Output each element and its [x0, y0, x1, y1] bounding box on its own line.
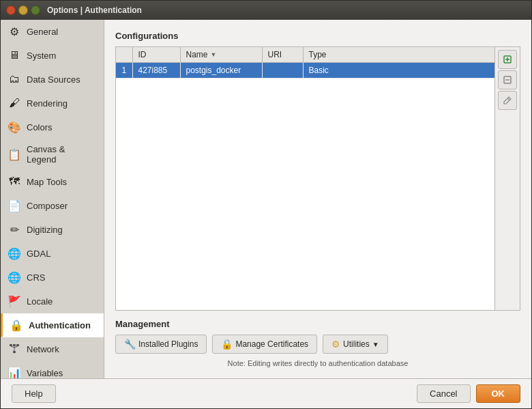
- maximize-button[interactable]: [31, 5, 40, 15]
- bottom-right-buttons: Cancel OK: [417, 384, 520, 403]
- col-header-uri[interactable]: URI: [262, 47, 303, 63]
- col-header-type[interactable]: Type: [303, 47, 494, 63]
- sidebar-label-general: General: [27, 27, 58, 37]
- locale-icon: 🚩: [8, 294, 21, 308]
- title-bar: Options | Authentication: [1, 1, 531, 20]
- sidebar-item-system[interactable]: 🖥 System: [1, 44, 104, 68]
- col-header-num: [116, 47, 132, 63]
- network-icon: [8, 342, 21, 356]
- sidebar-item-digitizing[interactable]: ✏ Digitizing: [1, 218, 104, 242]
- sidebar-label-digitizing: Digitizing: [27, 225, 63, 235]
- management-title: Management: [115, 319, 520, 329]
- edit-config-button[interactable]: [498, 91, 517, 110]
- svg-rect-2: [16, 344, 19, 346]
- svg-line-5: [11, 346, 14, 348]
- digitizing-icon: ✏: [8, 223, 21, 236]
- manage-certificates-button[interactable]: 🔒 Manage Certificates: [212, 335, 317, 354]
- row-uri: [262, 63, 303, 79]
- authentication-icon: 🔒: [10, 318, 23, 332]
- sidebar-item-authentication[interactable]: 🔒 Authentication: [1, 313, 104, 337]
- table-actions: [494, 47, 520, 310]
- map-tools-icon: 🗺: [8, 175, 21, 188]
- variables-icon: 📊: [8, 366, 21, 378]
- certificates-icon: 🔒: [221, 339, 233, 350]
- management-section: Management 🔧 Installed Plugins 🔒 Manage …: [115, 319, 520, 367]
- system-icon: 🖥: [8, 48, 21, 62]
- installed-plugins-button[interactable]: 🔧 Installed Plugins: [115, 335, 207, 354]
- utilities-button[interactable]: ⚙ Utilities ▼: [323, 335, 388, 354]
- sidebar-label-network: Network: [27, 344, 59, 354]
- sidebar-label-crs: CRS: [27, 272, 45, 283]
- sidebar-item-data-sources[interactable]: 🗂 Data Sources: [1, 68, 104, 91]
- sidebar-label-variables: Variables: [27, 368, 63, 378]
- help-button[interactable]: Help: [12, 384, 56, 403]
- col-header-id[interactable]: ID: [132, 47, 180, 63]
- sidebar-item-general[interactable]: ⚙ General: [1, 20, 104, 44]
- sidebar-item-rendering[interactable]: 🖌 Rendering: [1, 91, 104, 115]
- minimize-button[interactable]: [18, 5, 28, 15]
- composer-icon: 📄: [8, 199, 21, 212]
- row-id: 427i885: [132, 63, 180, 79]
- rendering-icon: 🖌: [8, 96, 21, 110]
- svg-rect-0: [10, 344, 12, 346]
- sidebar-item-variables[interactable]: 📊 Variables: [1, 361, 104, 378]
- remove-config-button[interactable]: [498, 70, 517, 89]
- sidebar-label-canvas-legend: Canvas & Legend: [27, 144, 97, 165]
- data-sources-icon: 🗂: [8, 72, 21, 86]
- row-num: 1: [116, 63, 132, 79]
- sidebar: ⚙ General 🖥 System 🗂 Data Sources 🖌 Rend…: [1, 20, 104, 378]
- utilities-dropdown-arrow: ▼: [372, 341, 379, 348]
- close-button[interactable]: [6, 5, 16, 15]
- configurations-title: Configurations: [115, 31, 520, 41]
- name-sort-icon: ▼: [211, 51, 217, 58]
- management-buttons: 🔧 Installed Plugins 🔒 Manage Certificate…: [115, 335, 520, 354]
- sidebar-label-gdal: GDAL: [27, 249, 50, 259]
- ok-button[interactable]: OK: [476, 384, 521, 403]
- sidebar-label-composer: Composer: [27, 201, 68, 211]
- window-controls: [6, 5, 40, 15]
- canvas-legend-icon: 📋: [8, 147, 21, 161]
- note-text: Note: Editing writes directly to authent…: [115, 359, 520, 367]
- sidebar-label-colors: Colors: [27, 122, 53, 132]
- window-title: Options | Authentication: [47, 5, 142, 15]
- sidebar-item-canvas-legend[interactable]: 📋 Canvas & Legend: [1, 139, 104, 170]
- sidebar-label-system: System: [27, 51, 56, 61]
- add-config-button[interactable]: [498, 50, 517, 69]
- gdal-icon: 🌐: [8, 246, 21, 260]
- sidebar-item-network[interactable]: Network: [1, 337, 104, 361]
- sidebar-item-crs[interactable]: 🌐 CRS: [1, 266, 104, 290]
- config-table[interactable]: ID Name ▼ URI Type: [116, 47, 494, 310]
- sidebar-item-gdal[interactable]: 🌐 GDAL: [1, 242, 104, 266]
- svg-rect-1: [13, 344, 16, 346]
- svg-line-12: [507, 98, 509, 100]
- sidebar-label-rendering: Rendering: [27, 98, 68, 109]
- config-table-container: ID Name ▼ URI Type: [115, 46, 520, 311]
- crs-icon: 🌐: [8, 270, 21, 284]
- svg-line-6: [14, 346, 18, 348]
- col-header-name[interactable]: Name ▼: [180, 47, 262, 63]
- svg-rect-3: [13, 351, 16, 353]
- general-icon: ⚙: [8, 25, 21, 38]
- sidebar-label-data-sources: Data Sources: [27, 74, 80, 85]
- main-panel: Configurations ID Name ▼: [104, 20, 531, 378]
- colors-icon: 🎨: [8, 120, 21, 134]
- sidebar-item-locale[interactable]: 🚩 Locale: [1, 290, 104, 313]
- sidebar-label-map-tools: Map Tools: [27, 177, 67, 187]
- plugins-icon: 🔧: [124, 339, 136, 350]
- sidebar-label-locale: Locale: [27, 296, 53, 307]
- row-type: Basic: [303, 63, 494, 79]
- table-row[interactable]: 1 427i885 postgis_docker Basic: [116, 63, 494, 79]
- bottom-bar: Help Cancel OK: [1, 378, 531, 408]
- main-window: Options | Authentication ⚙ General 🖥 Sys…: [0, 0, 532, 409]
- sidebar-item-map-tools[interactable]: 🗺 Map Tools: [1, 170, 104, 194]
- utilities-icon: ⚙: [331, 339, 340, 350]
- content-area: ⚙ General 🖥 System 🗂 Data Sources 🖌 Rend…: [1, 20, 531, 378]
- cancel-button[interactable]: Cancel: [417, 384, 470, 403]
- row-name: postgis_docker: [180, 63, 262, 79]
- sidebar-item-colors[interactable]: 🎨 Colors: [1, 115, 104, 139]
- sidebar-label-authentication: Authentication: [29, 320, 91, 330]
- sidebar-item-composer[interactable]: 📄 Composer: [1, 194, 104, 218]
